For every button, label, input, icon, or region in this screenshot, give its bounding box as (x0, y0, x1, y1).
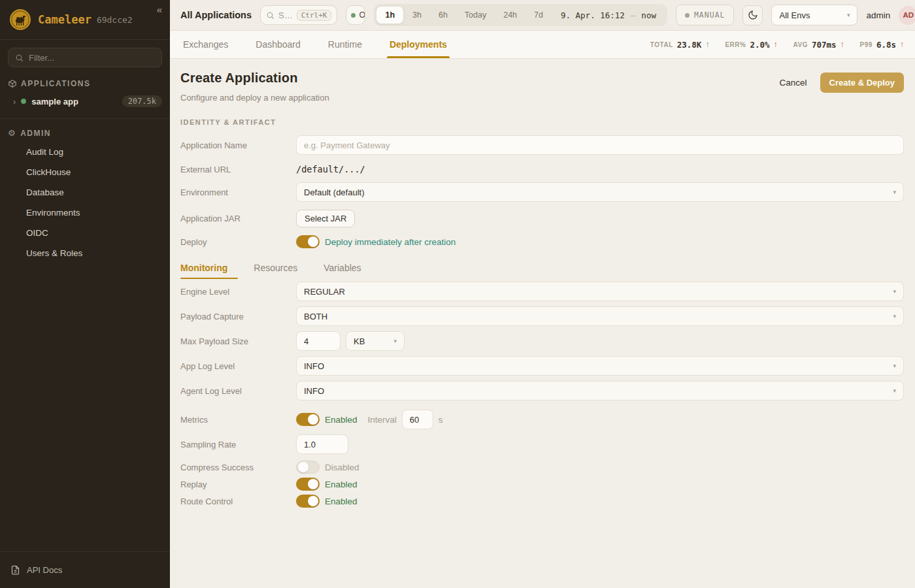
tab-deployments[interactable]: Deployments (390, 31, 447, 58)
status-pill-label: O (359, 10, 365, 20)
sidebar-item-sample-app[interactable]: › sample app 207.5k (0, 92, 170, 110)
package-icon (8, 79, 17, 88)
document-icon (10, 565, 20, 575)
tab-resources[interactable]: Resources (254, 263, 297, 279)
time-range-1h[interactable]: 1h (376, 6, 404, 24)
sidebar-item-audit-log[interactable]: Audit Log (0, 142, 170, 162)
environment-select[interactable]: Default (default) ▾ (296, 182, 904, 202)
create-application-form: Create Application Configure and deploy … (170, 59, 915, 588)
gear-icon: ⚙ (8, 128, 16, 138)
chevron-down-icon: ▾ (393, 338, 397, 344)
api-docs-label: API Docs (27, 565, 62, 575)
sidebar-item-database[interactable]: Database (0, 182, 170, 203)
tab-exchanges[interactable]: Exchanges (183, 31, 228, 58)
environment-filter-select[interactable]: All Envs ▾ (771, 5, 857, 25)
application-jar-row: Application JAR Select JAR (180, 210, 904, 227)
sidebar-item-api-docs[interactable]: API Docs (0, 561, 170, 579)
date-range-display[interactable]: 9. Apr. 16:12 – now (552, 10, 665, 20)
chevron-down-icon: ▾ (847, 12, 850, 18)
stat-p99: P99 6.8s ↑ (860, 40, 904, 50)
brand-name: Cameleer (38, 13, 92, 26)
engine-level-select[interactable]: REGULAR ▾ (296, 282, 904, 301)
manual-label: MANUAL (694, 10, 725, 20)
filter-input[interactable] (29, 53, 155, 63)
compress-success-toggle[interactable] (296, 461, 320, 474)
manual-status-dot (685, 13, 690, 18)
agent-log-level-row: Agent Log Level INFO ▾ (180, 381, 904, 400)
cancel-button[interactable]: Cancel (780, 78, 807, 88)
time-range-3h[interactable]: 3h (404, 6, 430, 24)
replay-toggle[interactable] (296, 478, 320, 491)
status-pill[interactable]: O (346, 5, 365, 25)
metrics-state: Enabled (325, 415, 358, 425)
online-status-dot (351, 13, 356, 18)
payload-capture-row: Payload Capture BOTH ▾ (180, 306, 904, 326)
sidebar-item-oidc[interactable]: OIDC (0, 223, 170, 243)
search-placeholder: S… (278, 10, 293, 20)
applications-section-header: APPLICATIONS (0, 70, 170, 92)
time-range-7d[interactable]: 7d (525, 6, 552, 24)
environment-row: Environment Default (default) ▾ (180, 182, 904, 202)
replay-row: Replay Enabled (180, 478, 904, 491)
app-log-level-row: App Log Level INFO ▾ (180, 356, 904, 376)
payload-size-unit-select[interactable]: KB ▾ (346, 331, 405, 351)
chevron-down-icon: ▾ (893, 313, 896, 319)
application-name-input[interactable] (296, 135, 904, 155)
env-select-value: All Envs (779, 10, 810, 20)
user-avatar[interactable]: AD (899, 6, 915, 25)
time-range-24h[interactable]: 24h (495, 6, 525, 24)
chevron-down-icon: ▾ (893, 288, 896, 295)
trend-up-icon: ↑ (900, 40, 904, 49)
page-title: Create Application (180, 71, 329, 86)
dark-mode-toggle-button[interactable] (742, 5, 763, 25)
create-deploy-button[interactable]: Create & Deploy (820, 73, 904, 93)
route-control-toggle[interactable] (296, 495, 320, 508)
metrics-interval-input[interactable] (402, 410, 433, 429)
sidebar-footer: API Docs (0, 551, 170, 588)
interval-unit: s (439, 415, 443, 425)
manual-refresh-button[interactable]: MANUAL (676, 5, 735, 25)
search-icon (266, 11, 274, 20)
filter-input-wrap[interactable] (8, 48, 162, 67)
deploy-description: Deploy immediately after creation (325, 237, 456, 247)
app-log-level-select[interactable]: INFO ▾ (296, 356, 904, 376)
deploy-toggle[interactable] (296, 235, 320, 248)
max-payload-size-input[interactable] (296, 331, 341, 351)
agent-log-level-select[interactable]: INFO ▾ (296, 381, 904, 400)
config-tabs: Monitoring Resources Variables (180, 263, 904, 279)
sidebar-filter (0, 40, 170, 70)
interval-label: Interval (368, 415, 397, 425)
search-icon (15, 54, 24, 62)
engine-level-row: Engine Level REGULAR ▾ (180, 282, 904, 301)
tab-monitoring[interactable]: Monitoring (180, 263, 227, 279)
traffic-stats: TOTAL 23.8K ↑ ERR% 2.0% ↑ AVG 707ms ↑ P9… (650, 31, 904, 58)
tab-dashboard[interactable]: Dashboard (256, 31, 301, 58)
app-count-badge: 207.5k (122, 95, 162, 107)
admin-section-label: ADMIN (20, 129, 51, 138)
sampling-rate-input[interactable] (296, 434, 348, 454)
payload-capture-select[interactable]: BOTH ▾ (296, 306, 904, 326)
collapse-sidebar-icon[interactable]: « (157, 4, 162, 15)
chevron-right-icon[interactable]: › (13, 97, 16, 106)
select-jar-button[interactable]: Select JAR (296, 210, 355, 227)
time-range-today[interactable]: Today (456, 6, 495, 24)
application-name-row: Application Name (180, 135, 904, 155)
sidebar-item-users-roles[interactable]: Users & Roles (0, 243, 170, 263)
trend-up-icon: ↑ (705, 40, 709, 49)
trend-up-icon: ↑ (774, 40, 778, 49)
date-from: 9. Apr. 16:12 (561, 10, 625, 20)
user-name: admin (866, 10, 890, 20)
metrics-toggle[interactable] (296, 413, 320, 426)
global-search[interactable]: S… Ctrl+K (260, 5, 337, 25)
sidebar-item-environments[interactable]: Environments (0, 203, 170, 223)
replay-state: Enabled (325, 480, 358, 489)
search-shortcut-badge: Ctrl+K (297, 10, 332, 21)
page-subtitle: Configure and deploy a new application (180, 93, 329, 103)
page-header: Create Application Configure and deploy … (180, 71, 904, 103)
sidebar-item-clickhouse[interactable]: ClickHouse (0, 162, 170, 182)
page-context-title: All Applications (180, 10, 252, 20)
tab-runtime[interactable]: Runtime (328, 31, 362, 58)
deploy-row: Deploy Deploy immediately after creation (180, 235, 904, 248)
tab-variables[interactable]: Variables (324, 263, 361, 279)
time-range-6h[interactable]: 6h (430, 6, 456, 24)
